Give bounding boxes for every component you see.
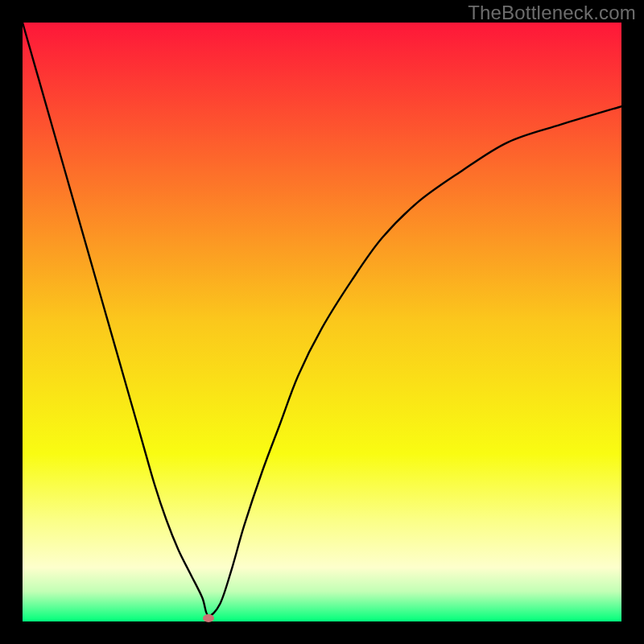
optimal-point-marker [203,614,214,622]
plot-area [23,23,621,621]
watermark-label: TheBottleneck.com [468,2,636,24]
gradient-background [23,23,621,621]
chart-frame: TheBottleneck.com [0,0,644,644]
chart-svg [23,23,621,621]
